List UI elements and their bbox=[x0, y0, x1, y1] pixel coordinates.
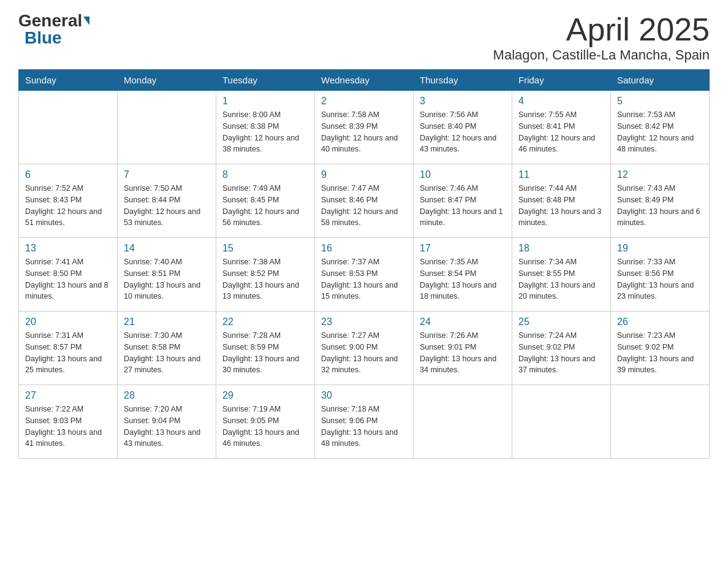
calendar-cell: 5Sunrise: 7:53 AM Sunset: 8:42 PM Daylig… bbox=[611, 91, 710, 164]
day-number: 11 bbox=[518, 169, 604, 180]
calendar-cell: 25Sunrise: 7:24 AM Sunset: 9:02 PM Dayli… bbox=[512, 312, 611, 385]
day-info: Sunrise: 7:19 AM Sunset: 9:05 PM Dayligh… bbox=[222, 404, 308, 450]
day-number: 6 bbox=[25, 169, 111, 180]
calendar-cell: 26Sunrise: 7:23 AM Sunset: 9:02 PM Dayli… bbox=[611, 312, 710, 385]
calendar-cell: 3Sunrise: 7:56 AM Sunset: 8:40 PM Daylig… bbox=[414, 91, 512, 164]
calendar-cell: 9Sunrise: 7:47 AM Sunset: 8:46 PM Daylig… bbox=[315, 164, 414, 238]
day-info: Sunrise: 7:35 AM Sunset: 8:54 PM Dayligh… bbox=[420, 256, 506, 302]
day-info: Sunrise: 7:49 AM Sunset: 8:45 PM Dayligh… bbox=[222, 183, 308, 229]
day-number: 29 bbox=[222, 390, 308, 401]
day-number: 16 bbox=[321, 243, 407, 254]
calendar-cell: 7Sunrise: 7:50 AM Sunset: 8:44 PM Daylig… bbox=[118, 164, 216, 238]
calendar-cell: 20Sunrise: 7:31 AM Sunset: 8:57 PM Dayli… bbox=[19, 312, 118, 385]
calendar-cell: 4Sunrise: 7:55 AM Sunset: 8:41 PM Daylig… bbox=[512, 91, 611, 164]
day-number: 19 bbox=[617, 243, 703, 254]
logo-arrow-icon bbox=[83, 17, 89, 25]
day-number: 14 bbox=[124, 243, 210, 254]
calendar-header-row: SundayMondayTuesdayWednesdayThursdayFrid… bbox=[19, 70, 710, 91]
day-number: 23 bbox=[321, 316, 407, 327]
calendar-cell: 10Sunrise: 7:46 AM Sunset: 8:47 PM Dayli… bbox=[414, 164, 512, 238]
page-title: April 2025 bbox=[493, 12, 710, 47]
day-number: 2 bbox=[321, 96, 407, 107]
calendar-cell: 8Sunrise: 7:49 AM Sunset: 8:45 PM Daylig… bbox=[216, 164, 315, 238]
calendar-cell: 1Sunrise: 8:00 AM Sunset: 8:38 PM Daylig… bbox=[216, 91, 315, 164]
calendar-cell: 11Sunrise: 7:44 AM Sunset: 8:48 PM Dayli… bbox=[512, 164, 611, 238]
day-info: Sunrise: 7:41 AM Sunset: 8:50 PM Dayligh… bbox=[25, 256, 111, 302]
day-info: Sunrise: 7:34 AM Sunset: 8:55 PM Dayligh… bbox=[518, 256, 604, 302]
calendar-cell: 13Sunrise: 7:41 AM Sunset: 8:50 PM Dayli… bbox=[19, 238, 118, 312]
day-info: Sunrise: 7:53 AM Sunset: 8:42 PM Dayligh… bbox=[617, 109, 703, 155]
day-number: 1 bbox=[222, 96, 308, 107]
logo-blue-text: Blue bbox=[18, 29, 62, 47]
calendar-cell bbox=[118, 91, 216, 164]
day-number: 18 bbox=[518, 243, 604, 254]
day-number: 5 bbox=[617, 96, 703, 107]
calendar-cell: 27Sunrise: 7:22 AM Sunset: 9:03 PM Dayli… bbox=[19, 385, 118, 459]
day-number: 30 bbox=[321, 390, 407, 401]
calendar-cell: 19Sunrise: 7:33 AM Sunset: 8:56 PM Dayli… bbox=[611, 238, 710, 312]
day-number: 21 bbox=[124, 316, 210, 327]
day-info: Sunrise: 7:58 AM Sunset: 8:39 PM Dayligh… bbox=[321, 109, 407, 155]
calendar-cell: 6Sunrise: 7:52 AM Sunset: 8:43 PM Daylig… bbox=[19, 164, 118, 238]
calendar-week-2: 6Sunrise: 7:52 AM Sunset: 8:43 PM Daylig… bbox=[19, 164, 710, 238]
day-number: 4 bbox=[518, 96, 604, 107]
day-number: 24 bbox=[420, 316, 506, 327]
day-info: Sunrise: 7:30 AM Sunset: 8:58 PM Dayligh… bbox=[124, 330, 210, 376]
day-info: Sunrise: 7:33 AM Sunset: 8:56 PM Dayligh… bbox=[617, 256, 703, 302]
day-info: Sunrise: 7:44 AM Sunset: 8:48 PM Dayligh… bbox=[518, 183, 604, 229]
day-number: 27 bbox=[25, 390, 111, 401]
calendar-table: SundayMondayTuesdayWednesdayThursdayFrid… bbox=[18, 69, 710, 459]
logo: General Blue bbox=[18, 12, 89, 47]
day-info: Sunrise: 7:26 AM Sunset: 9:01 PM Dayligh… bbox=[420, 330, 506, 376]
calendar-week-1: 1Sunrise: 8:00 AM Sunset: 8:38 PM Daylig… bbox=[19, 91, 710, 164]
day-info: Sunrise: 7:27 AM Sunset: 9:00 PM Dayligh… bbox=[321, 330, 407, 376]
calendar-cell: 16Sunrise: 7:37 AM Sunset: 8:53 PM Dayli… bbox=[315, 238, 414, 312]
calendar-cell: 21Sunrise: 7:30 AM Sunset: 8:58 PM Dayli… bbox=[118, 312, 216, 385]
calendar-cell: 18Sunrise: 7:34 AM Sunset: 8:55 PM Dayli… bbox=[512, 238, 611, 312]
calendar-cell: 12Sunrise: 7:43 AM Sunset: 8:49 PM Dayli… bbox=[611, 164, 710, 238]
day-number: 25 bbox=[518, 316, 604, 327]
day-info: Sunrise: 7:31 AM Sunset: 8:57 PM Dayligh… bbox=[25, 330, 111, 376]
day-info: Sunrise: 7:47 AM Sunset: 8:46 PM Dayligh… bbox=[321, 183, 407, 229]
calendar-week-5: 27Sunrise: 7:22 AM Sunset: 9:03 PM Dayli… bbox=[19, 385, 710, 459]
calendar-cell: 23Sunrise: 7:27 AM Sunset: 9:00 PM Dayli… bbox=[315, 312, 414, 385]
day-number: 15 bbox=[222, 243, 308, 254]
day-info: Sunrise: 7:56 AM Sunset: 8:40 PM Dayligh… bbox=[420, 109, 506, 155]
title-area: April 2025 Malagon, Castille-La Mancha, … bbox=[493, 12, 710, 63]
calendar-week-4: 20Sunrise: 7:31 AM Sunset: 8:57 PM Dayli… bbox=[19, 312, 710, 385]
day-number: 10 bbox=[420, 169, 506, 180]
day-info: Sunrise: 7:52 AM Sunset: 8:43 PM Dayligh… bbox=[25, 183, 111, 229]
day-number: 7 bbox=[124, 169, 210, 180]
day-info: Sunrise: 7:38 AM Sunset: 8:52 PM Dayligh… bbox=[222, 256, 308, 302]
calendar-header-monday: Monday bbox=[118, 70, 216, 91]
day-info: Sunrise: 7:23 AM Sunset: 9:02 PM Dayligh… bbox=[617, 330, 703, 376]
day-info: Sunrise: 7:40 AM Sunset: 8:51 PM Dayligh… bbox=[124, 256, 210, 302]
day-number: 13 bbox=[25, 243, 111, 254]
day-info: Sunrise: 8:00 AM Sunset: 8:38 PM Dayligh… bbox=[222, 109, 308, 155]
day-info: Sunrise: 7:18 AM Sunset: 9:06 PM Dayligh… bbox=[321, 404, 407, 450]
day-number: 3 bbox=[420, 96, 506, 107]
calendar-cell bbox=[414, 385, 512, 459]
calendar-header-tuesday: Tuesday bbox=[216, 70, 315, 91]
calendar-cell bbox=[19, 91, 118, 164]
calendar-cell bbox=[611, 385, 710, 459]
day-info: Sunrise: 7:24 AM Sunset: 9:02 PM Dayligh… bbox=[518, 330, 604, 376]
day-number: 22 bbox=[222, 316, 308, 327]
day-info: Sunrise: 7:20 AM Sunset: 9:04 PM Dayligh… bbox=[124, 404, 210, 450]
calendar-cell: 30Sunrise: 7:18 AM Sunset: 9:06 PM Dayli… bbox=[315, 385, 414, 459]
day-number: 28 bbox=[124, 390, 210, 401]
page-header: General Blue April 2025 Malagon, Castill… bbox=[18, 12, 710, 63]
day-number: 8 bbox=[222, 169, 308, 180]
calendar-header-friday: Friday bbox=[512, 70, 611, 91]
page-subtitle: Malagon, Castille-La Mancha, Spain bbox=[493, 47, 710, 63]
calendar-cell: 22Sunrise: 7:28 AM Sunset: 8:59 PM Dayli… bbox=[216, 312, 315, 385]
calendar-cell bbox=[512, 385, 611, 459]
calendar-cell: 14Sunrise: 7:40 AM Sunset: 8:51 PM Dayli… bbox=[118, 238, 216, 312]
day-info: Sunrise: 7:22 AM Sunset: 9:03 PM Dayligh… bbox=[25, 404, 111, 450]
day-info: Sunrise: 7:28 AM Sunset: 8:59 PM Dayligh… bbox=[222, 330, 308, 376]
calendar-cell: 2Sunrise: 7:58 AM Sunset: 8:39 PM Daylig… bbox=[315, 91, 414, 164]
calendar-cell: 28Sunrise: 7:20 AM Sunset: 9:04 PM Dayli… bbox=[118, 385, 216, 459]
calendar-header-wednesday: Wednesday bbox=[315, 70, 414, 91]
day-number: 17 bbox=[420, 243, 506, 254]
day-info: Sunrise: 7:55 AM Sunset: 8:41 PM Dayligh… bbox=[518, 109, 604, 155]
